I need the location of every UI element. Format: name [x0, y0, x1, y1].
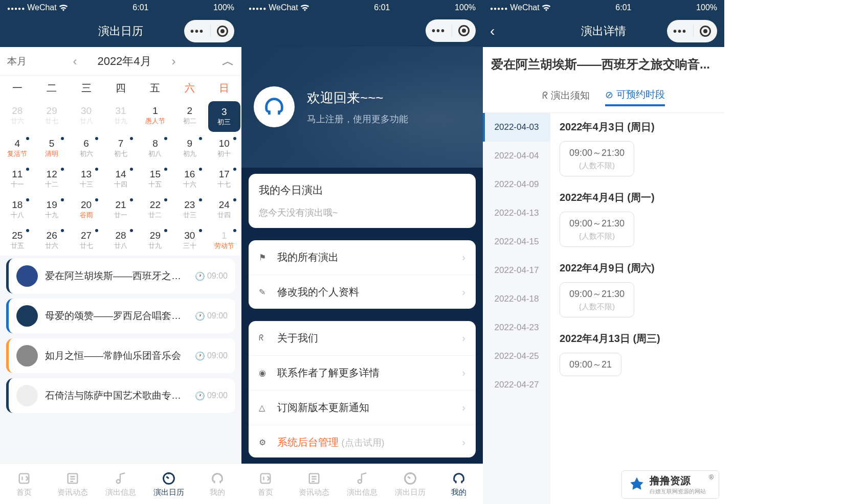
calendar-day[interactable]: 31廿九 [103, 100, 138, 131]
news-icon [306, 471, 322, 486]
time-slot-button[interactable]: 09:00～21:30(人数不限) [560, 212, 634, 247]
list-row[interactable]: ⚑我的所有演出› [249, 240, 476, 275]
event-card[interactable]: 爱在阿兰胡埃斯——西班牙之旅...🕐09:00 [6, 259, 235, 293]
tab-calendar[interactable]: 演出日历 [145, 464, 193, 504]
date-sidebar-item[interactable]: 2022-04-13 [483, 199, 550, 227]
calendar-day[interactable]: 21廿一 [103, 194, 138, 225]
event-card[interactable]: 如月之恒——常静仙乐团音乐会🕐09:00 [6, 338, 235, 373]
calendar-day[interactable]: 28廿六 [0, 100, 34, 131]
time-slot-button[interactable]: 09:00～21:30(人数不限) [560, 282, 634, 317]
date-sidebar-item[interactable]: 2022-04-04 [483, 142, 550, 170]
tab-news[interactable]: 资讯动态 [48, 464, 96, 504]
calendar-day[interactable]: 11十一 [0, 164, 34, 194]
calendar-day[interactable]: 17十七 [207, 164, 241, 194]
calendar-day[interactable]: 24廿四 [207, 194, 241, 225]
date-sidebar-item[interactable]: 2022-04-17 [483, 256, 550, 285]
tab-home[interactable]: 首页 [0, 464, 48, 504]
miniprogram-capsule[interactable]: ••• [426, 19, 476, 42]
calendar-day[interactable]: 26廿六 [34, 225, 69, 256]
calendar-day[interactable]: 29廿七 [34, 100, 69, 131]
calendar-day[interactable]: 27廿七 [69, 225, 103, 256]
next-month-button[interactable]: › [172, 54, 176, 68]
menu-dots-icon[interactable]: ••• [190, 26, 204, 37]
calendar-day[interactable]: 15十五 [138, 164, 172, 194]
date-sidebar-item[interactable]: 2022-04-25 [483, 342, 550, 371]
calendar-day[interactable]: 22廿二 [138, 194, 172, 225]
this-month-button[interactable]: 本月 [7, 55, 27, 68]
calendar-day[interactable]: 19十九 [34, 194, 69, 225]
calendar-day[interactable]: 9初九 [172, 133, 207, 164]
tab-booking-slots[interactable]: ⊘可预约时段 [605, 88, 665, 106]
person-icon: ᖇ [542, 90, 548, 101]
calendar-day[interactable]: 25廿五 [0, 225, 34, 256]
event-avatar [16, 265, 38, 287]
event-card[interactable]: 石倚洁与陈萨中国艺术歌曲专场...🕐09:00 [6, 378, 235, 413]
calendar-day[interactable]: 13十三 [69, 164, 103, 194]
tab-notice[interactable]: ᖇ演出须知 [542, 88, 590, 106]
date-sidebar-item[interactable]: 2022-04-18 [483, 285, 550, 313]
calendar-day[interactable]: 30三十 [172, 225, 207, 256]
calendar-day[interactable]: 14十四 [103, 164, 138, 194]
date-sidebar-item[interactable]: 2022-04-15 [483, 227, 550, 256]
slot-date-header: 2022年4月9日 (周六) [560, 261, 715, 275]
calendar-day[interactable]: 8初八 [138, 133, 172, 164]
calendar-day[interactable]: 29廿九 [138, 225, 172, 256]
collapse-calendar-button[interactable]: ︿ [222, 53, 234, 70]
menu-dots-icon[interactable]: ••• [673, 26, 687, 37]
calendar-day[interactable]: 20谷雨 [69, 194, 103, 225]
tab-music[interactable]: 演出信息 [97, 464, 145, 504]
time-slot-button[interactable]: 09:00～21:30(人数不限) [560, 141, 634, 176]
profile-hero[interactable]: 欢迎回来~~~ 马上注册，使用更多功能 [241, 47, 483, 168]
close-target-icon[interactable] [458, 25, 470, 36]
weekday-label: 五 [138, 76, 172, 100]
calendar-day[interactable]: 1愚人节 [138, 100, 172, 131]
list-row[interactable]: △订阅新版本更新通知› [249, 391, 476, 425]
calendar-day[interactable]: 1劳动节 [207, 225, 241, 256]
event-card[interactable]: 母爱的颂赞——罗西尼合唱套曲...🕐09:00 [6, 299, 235, 333]
calendar-day[interactable]: 30廿八 [69, 100, 103, 131]
nav-bar: ‹ 演出详情 ••• [483, 15, 724, 47]
screen-detail: WeChat 6:01 100% ‹ 演出详情 ••• 爱在阿兰胡埃斯——西班牙… [483, 0, 724, 504]
close-target-icon[interactable] [700, 26, 711, 37]
list-row[interactable]: ᖇ关于我们› [249, 321, 476, 356]
calendar-day[interactable]: 28廿八 [103, 225, 138, 256]
calendar-day[interactable]: 2初二 [172, 100, 207, 131]
calendar-day[interactable]: 5清明 [34, 133, 69, 164]
calendar-day[interactable]: 10初十 [207, 133, 241, 164]
tab-news[interactable]: 资讯动态 [290, 464, 338, 504]
welcome-subtitle: 马上注册，使用更多功能 [307, 113, 408, 125]
calendar-day[interactable]: 6初六 [69, 133, 103, 164]
miniprogram-capsule[interactable]: ••• [184, 20, 234, 42]
tab-music[interactable]: 演出信息 [338, 464, 386, 504]
time-slot-button[interactable]: 09:00～21 [560, 353, 621, 376]
weekday-label: 二 [34, 76, 69, 100]
event-time: 🕐09:00 [195, 271, 228, 281]
gear-icon: ⚙ [259, 438, 270, 447]
tab-home[interactable]: 首页 [241, 464, 290, 504]
miniprogram-capsule[interactable]: ••• [667, 20, 717, 42]
chevron-right-icon: › [462, 402, 465, 414]
back-button[interactable]: ‹ [490, 23, 495, 39]
calendar-day[interactable]: 18十八 [0, 194, 34, 225]
prev-month-button[interactable]: ‹ [73, 54, 77, 68]
tab-headphones[interactable]: 我的 [435, 464, 483, 504]
calendar-day[interactable]: 3初三 [208, 101, 240, 132]
calendar-day[interactable]: 4复活节 [0, 133, 34, 164]
close-target-icon[interactable] [217, 26, 228, 37]
date-sidebar-item[interactable]: 2022-04-09 [483, 170, 550, 199]
date-sidebar-item[interactable]: 2022-04-03 [483, 113, 550, 142]
calendar-day[interactable]: 7初七 [103, 133, 138, 164]
calendar-day[interactable]: 12十二 [34, 164, 69, 194]
date-sidebar-item[interactable]: 2022-04-27 [483, 371, 550, 399]
tab-calendar[interactable]: 演出日历 [386, 464, 434, 504]
calendar-day[interactable]: 23廿三 [172, 194, 207, 225]
list-row[interactable]: ⚙系统后台管理 (点击试用)› [249, 425, 476, 457]
tab-headphones[interactable]: 我的 [193, 464, 241, 504]
status-bar: WeChat 6:01 100% [241, 0, 483, 15]
status-bar: WeChat 6:01 100% [0, 0, 241, 15]
menu-dots-icon[interactable]: ••• [432, 25, 446, 37]
list-row[interactable]: ◉联系作者了解更多详情› [249, 356, 476, 391]
calendar-day[interactable]: 16十六 [172, 164, 207, 194]
date-sidebar-item[interactable]: 2022-04-23 [483, 313, 550, 342]
list-row[interactable]: ✎修改我的个人资料› [249, 275, 476, 308]
